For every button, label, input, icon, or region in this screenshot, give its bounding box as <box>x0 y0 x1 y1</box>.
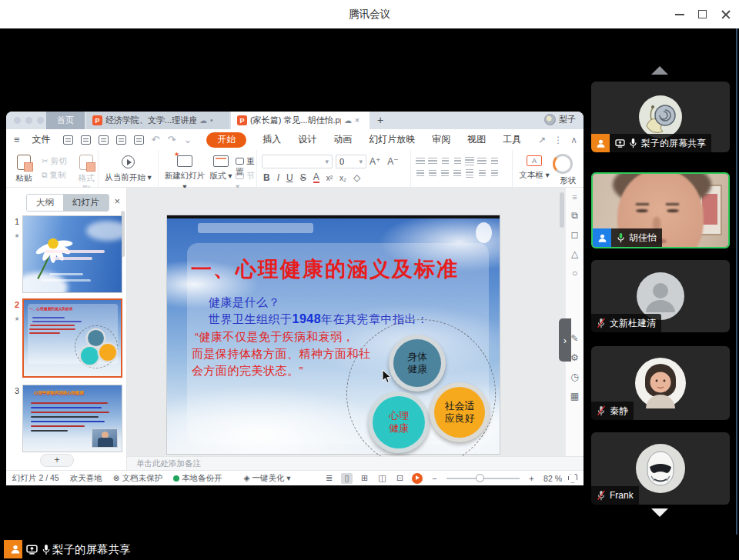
bold-button[interactable]: B <box>263 172 270 183</box>
clear-format-button[interactable]: ◇ <box>353 172 360 183</box>
slide-thumbnail-1[interactable] <box>22 215 122 293</box>
slide-editor[interactable]: 一、心理健康的涵义及标准 健康是什么？ 世界卫生组织于1948年在其宪章中指出：… <box>167 215 500 454</box>
notes-toggle-icon[interactable]: ≣ <box>323 473 335 484</box>
tab-slides[interactable]: 幻灯片 <box>63 195 109 211</box>
print-preview-icon[interactable] <box>134 135 144 145</box>
menu-tools[interactable]: 工具 <box>503 133 521 146</box>
layout-button[interactable]: 版式 ▾ <box>208 155 234 182</box>
more-icon[interactable]: ⋮ <box>553 135 563 145</box>
sidebar-scrollbar[interactable] <box>736 28 737 535</box>
projector-button[interactable]: ⊡ <box>394 473 406 484</box>
strikethrough-button[interactable]: S <box>300 172 306 183</box>
close-button[interactable] <box>714 0 737 28</box>
protection-status[interactable]: ⊗ 文档未保护 <box>113 473 162 484</box>
paragraph-tools-group[interactable] <box>411 150 513 187</box>
font-color-button[interactable]: A <box>313 172 319 183</box>
beautify-button[interactable]: ◈ 一键美化 ▾ <box>243 473 290 484</box>
doc-tab-1[interactable]: P 经济学院、文学...理讲座.ppt ☁ • <box>86 112 229 129</box>
screen-share-icon <box>615 139 625 148</box>
menu-design[interactable]: 设计 <box>298 133 316 146</box>
italic-button[interactable]: I <box>277 172 279 183</box>
fit-slide-icon[interactable] <box>568 474 577 483</box>
menu-start-active[interactable]: 开始 <box>206 132 246 148</box>
menu-slideshow[interactable]: 幻灯片放映 <box>369 133 415 146</box>
print-icon[interactable] <box>116 135 126 145</box>
shape-button[interactable]: 形状 <box>553 154 584 186</box>
zoom-out-button[interactable]: − <box>429 473 440 484</box>
increase-font-button[interactable]: A⁺ <box>370 156 380 167</box>
mic-active-icon <box>617 232 625 243</box>
settings-icon[interactable]: ⚙ <box>570 352 579 363</box>
underline-button[interactable]: U <box>286 172 293 183</box>
save-icon[interactable] <box>81 135 91 145</box>
beautify-pen-icon[interactable]: ✎ <box>570 333 578 344</box>
account-chip[interactable]: 梨子 <box>544 114 576 125</box>
strip-handle-icon[interactable]: ≡ <box>572 192 577 202</box>
participant-tile[interactable]: Frank <box>591 432 730 505</box>
panel-close-icon[interactable]: × <box>114 195 120 207</box>
history-icon[interactable]: ◷ <box>570 372 578 382</box>
zoom-knob[interactable] <box>476 474 484 482</box>
shapes-panel-icon[interactable]: ◻ <box>571 229 579 240</box>
normal-view-button[interactable]: ▯ <box>341 473 353 484</box>
scroll-down-arrow[interactable] <box>651 508 668 517</box>
ppt-file-icon: P <box>237 115 247 125</box>
hamburger-icon[interactable]: ≡ <box>14 134 20 145</box>
font-family-select[interactable]: ▾ <box>262 155 333 168</box>
decrease-font-button[interactable]: A⁻ <box>387 156 398 167</box>
new-slide-button[interactable]: 新建幻灯片 ▾ <box>163 155 206 191</box>
copy-button[interactable]: ⧉ 复制 <box>42 170 65 181</box>
scroll-up-arrow[interactable] <box>651 66 668 75</box>
maximize-button[interactable] <box>691 0 714 28</box>
menu-animation[interactable]: 动画 <box>333 133 352 146</box>
redo-icon[interactable]: ↷ <box>168 134 176 145</box>
textbox-button[interactable]: A 文本框 ▾ <box>519 155 550 181</box>
undo-icon[interactable]: ↶ <box>152 134 160 145</box>
slide-thumbnail-3[interactable]: 心理学家杨凤池谈心理健康 <box>22 385 122 452</box>
slide-thumbnail-2-selected[interactable]: 一、心理健康的涵义及标准 <box>22 298 122 378</box>
menu-insert[interactable]: 插入 <box>262 133 281 146</box>
paste-button[interactable]: 粘贴 <box>12 155 35 184</box>
participant-tile-speaking[interactable]: 胡佳怡 <box>591 172 730 248</box>
superscript-button[interactable]: x² <box>326 174 333 182</box>
quickbar-caret-icon[interactable]: ⌄ <box>183 134 192 145</box>
circle-physical-health: 身体健康 <box>389 335 446 392</box>
menu-review[interactable]: 审阅 <box>432 133 450 146</box>
minimize-button[interactable] <box>668 0 691 28</box>
participant-tile-sharer[interactable]: 梨子的屏幕共享 <box>591 82 730 152</box>
image-panel-icon[interactable]: ▦ <box>570 391 579 402</box>
tab-home[interactable]: 首页 <box>46 112 85 129</box>
object-properties-icon[interactable]: ⧉ <box>571 210 578 221</box>
canvas-scrollbar[interactable] <box>560 192 564 228</box>
tab-close-icon[interactable]: × <box>355 116 359 125</box>
open-icon[interactable] <box>63 135 73 145</box>
subscript-button[interactable]: x₂ <box>339 174 346 182</box>
menu-file[interactable]: 文件 <box>32 133 51 146</box>
new-tab-button[interactable]: + <box>377 114 383 126</box>
tab-outline[interactable]: 大纲 <box>27 195 63 211</box>
notes-bar[interactable]: 单击此处添加备注 <box>127 456 584 470</box>
backup-status[interactable]: 本地备份开 <box>173 473 222 484</box>
reading-view-button[interactable]: ◫ <box>376 473 388 484</box>
slide-number: 1 <box>12 217 22 226</box>
collapse-ribbon-icon[interactable]: ∧ <box>570 135 577 145</box>
doc-tab-2-active[interactable]: P (家长篇) 常见...胡佳怡.ppt ☁ × <box>231 112 370 129</box>
share-doc-icon[interactable]: ↗ <box>538 135 546 145</box>
participant-tile[interactable]: 秦静 <box>591 346 730 420</box>
slideshow-play-button[interactable] <box>412 473 423 484</box>
add-slide-button[interactable]: + <box>40 454 74 467</box>
design-tools-icon[interactable]: △ <box>571 248 578 259</box>
zoom-in-button[interactable]: + <box>526 473 537 484</box>
zoom-slider[interactable] <box>446 478 520 479</box>
export-pdf-icon[interactable] <box>99 135 109 145</box>
font-size-select[interactable]: 0▾ <box>336 155 366 168</box>
participant-tile[interactable]: 文新杜建清 <box>591 260 730 332</box>
seal-icon[interactable]: ○ <box>572 268 577 278</box>
theme-name[interactable]: 欢天喜地 <box>70 473 102 484</box>
from-current-button[interactable]: 从当前开始 ▾ <box>99 150 159 187</box>
panel-expander[interactable]: › <box>559 318 571 362</box>
cut-button[interactable]: ✂ 剪切 <box>42 156 67 167</box>
slide-sorter-button[interactable]: ⊞ <box>359 473 370 484</box>
slide-canvas[interactable]: 一、心理健康的涵义及标准 健康是什么？ 世界卫生组织于1948年在其宪章中指出：… <box>127 188 565 456</box>
menu-view[interactable]: 视图 <box>467 133 486 146</box>
